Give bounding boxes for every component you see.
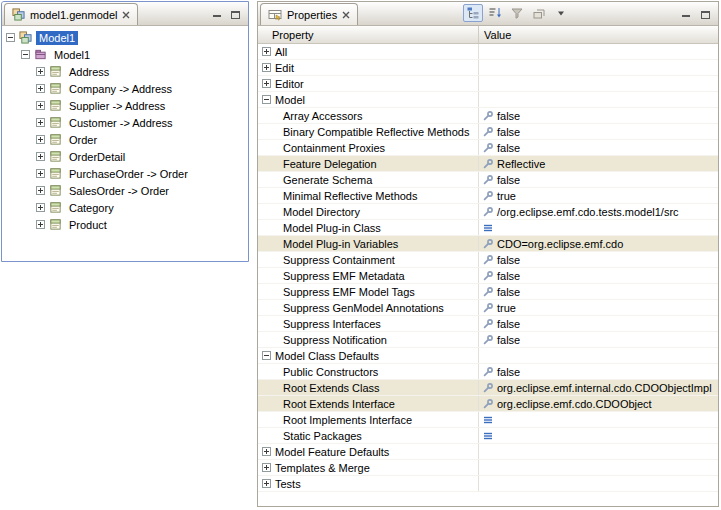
property-row-model-plug-in-variables[interactable]: Model Plug-in VariablesCDO=org.eclipse.e…: [258, 236, 718, 252]
property-row-suppress-emf-metadata[interactable]: Suppress EMF Metadatafalse: [258, 268, 718, 284]
restore-default-value-button[interactable]: [529, 4, 549, 22]
close-icon[interactable]: [122, 11, 130, 19]
property-row-public-constructors[interactable]: Public Constructorsfalse: [258, 364, 718, 380]
wrench-icon: [483, 239, 493, 249]
property-row-minimal-reflective-methods[interactable]: Minimal Reflective Methodstrue: [258, 188, 718, 204]
expand-icon[interactable]: [36, 169, 45, 178]
property-row-suppress-genmodel-annotations[interactable]: Suppress GenModel Annotationstrue: [258, 300, 718, 316]
maximize-button[interactable]: [229, 9, 242, 21]
category-row-model-class-defaults[interactable]: Model Class Defaults: [258, 348, 718, 364]
category-row-model-feature-defaults[interactable]: Model Feature Defaults: [258, 444, 718, 460]
tree-item-salesorder-order[interactable]: SalesOrder -> Order: [2, 182, 248, 199]
collapse-icon[interactable]: [21, 50, 30, 59]
property-row-suppress-notification[interactable]: Suppress Notificationfalse: [258, 332, 718, 348]
category-row-model[interactable]: Model: [258, 92, 718, 108]
maximize-button[interactable]: [699, 9, 712, 21]
property-value: false: [497, 254, 520, 266]
property-row-root-extends-interface[interactable]: Root Extends Interfaceorg.eclipse.emf.cd…: [258, 396, 718, 412]
column-header-value[interactable]: Value: [478, 26, 718, 43]
view-menu-button[interactable]: [551, 4, 571, 22]
property-row-suppress-emf-model-tags[interactable]: Suppress EMF Model Tagsfalse: [258, 284, 718, 300]
tree-item-address[interactable]: Address: [2, 63, 248, 80]
property-row-feature-delegation[interactable]: Feature DelegationReflective: [258, 156, 718, 172]
property-row-root-extends-class[interactable]: Root Extends Classorg.eclipse.emf.intern…: [258, 380, 718, 396]
property-row-model-plug-in-class[interactable]: Model Plug-in Class: [258, 220, 718, 236]
collapse-icon[interactable]: [262, 95, 271, 104]
property-label: Model Class Defaults: [275, 350, 379, 362]
tree-item-company-address[interactable]: Company -> Address: [2, 80, 248, 97]
class-icon: [49, 218, 62, 231]
property-row-model-directory[interactable]: Model Directory/org.eclipse.emf.cdo.test…: [258, 204, 718, 220]
expand-icon[interactable]: [262, 447, 271, 456]
tree-item-customer-address[interactable]: Customer -> Address: [2, 114, 248, 131]
properties-tab-title: Properties: [287, 8, 337, 21]
expand-icon[interactable]: [262, 63, 271, 72]
tree-item-model1[interactable]: Model1: [2, 29, 248, 46]
minimize-button[interactable]: [680, 9, 693, 21]
property-value-cell: [478, 460, 718, 475]
property-row-suppress-interfaces[interactable]: Suppress Interfacesfalse: [258, 316, 718, 332]
property-value: false: [497, 318, 520, 330]
tree-item-order[interactable]: Order: [2, 131, 248, 148]
expand-icon[interactable]: [36, 186, 45, 195]
editor-tab-model1-genmodel[interactable]: model1.genmodel: [4, 3, 138, 25]
property-row-containment-proxies[interactable]: Containment Proxiesfalse: [258, 140, 718, 156]
property-name-cell: Array Accessors: [258, 108, 478, 123]
expand-icon[interactable]: [262, 479, 271, 488]
expand-icon[interactable]: [36, 101, 45, 110]
tree-item-supplier-address[interactable]: Supplier -> Address: [2, 97, 248, 114]
class-icon: [49, 82, 62, 95]
expand-icon[interactable]: [36, 152, 45, 161]
expand-icon[interactable]: [36, 135, 45, 144]
property-row-suppress-containment[interactable]: Suppress Containmentfalse: [258, 252, 718, 268]
property-row-static-packages[interactable]: Static Packages: [258, 428, 718, 444]
expand-icon[interactable]: [36, 220, 45, 229]
minimize-button[interactable]: [210, 9, 223, 21]
property-value-cell: false: [478, 124, 718, 139]
wrench-icon: [483, 143, 493, 153]
tree-item-product[interactable]: Product: [2, 216, 248, 233]
tree-item-category[interactable]: Category: [2, 199, 248, 216]
property-value: false: [497, 126, 520, 138]
expand-icon[interactable]: [262, 47, 271, 56]
column-header-property[interactable]: Property: [258, 26, 478, 43]
property-value: true: [497, 302, 516, 314]
property-name-cell: Containment Proxies: [258, 140, 478, 155]
property-row-array-accessors[interactable]: Array Accessorsfalse: [258, 108, 718, 124]
property-name-cell: Root Implements Interface: [258, 412, 478, 427]
tree-item-label: SalesOrder -> Order: [66, 184, 172, 198]
expand-icon[interactable]: [262, 79, 271, 88]
property-value: false: [497, 142, 520, 154]
expand-icon[interactable]: [36, 118, 45, 127]
properties-tab[interactable]: Properties: [260, 3, 358, 25]
collapse-icon[interactable]: [262, 351, 271, 360]
expand-icon[interactable]: [36, 67, 45, 76]
sort-alphabetical-button[interactable]: [485, 4, 505, 22]
category-row-all[interactable]: All: [258, 44, 718, 60]
tree-item-model1[interactable]: Model1: [2, 46, 248, 63]
close-icon[interactable]: [342, 11, 350, 19]
property-label: Tests: [275, 478, 301, 490]
expand-icon[interactable]: [36, 84, 45, 93]
category-row-edit[interactable]: Edit: [258, 60, 718, 76]
show-categories-button[interactable]: [463, 4, 483, 22]
show-advanced-properties-button[interactable]: [507, 4, 527, 22]
tree-item-label: Category: [66, 201, 117, 215]
tree-item-purchaseorder-order[interactable]: PurchaseOrder -> Order: [2, 165, 248, 182]
collapse-icon[interactable]: [6, 33, 15, 42]
property-label: Minimal Reflective Methods: [283, 190, 418, 202]
property-name-cell: Model Class Defaults: [258, 348, 478, 363]
property-label: Editor: [275, 78, 304, 90]
category-row-editor[interactable]: Editor: [258, 76, 718, 92]
category-row-templates-merge[interactable]: Templates & Merge: [258, 460, 718, 476]
property-row-binary-compatible-reflective-methods[interactable]: Binary Compatible Reflective Methodsfals…: [258, 124, 718, 140]
expand-icon[interactable]: [36, 203, 45, 212]
expand-icon[interactable]: [262, 463, 271, 472]
category-row-tests[interactable]: Tests: [258, 476, 718, 492]
property-name-cell: Root Extends Class: [258, 380, 478, 395]
property-row-root-implements-interface[interactable]: Root Implements Interface: [258, 412, 718, 428]
property-value-cell: [478, 428, 718, 443]
tree-item-orderdetail[interactable]: OrderDetail: [2, 148, 248, 165]
property-name-cell: Feature Delegation: [258, 156, 478, 171]
property-row-generate-schema[interactable]: Generate Schemafalse: [258, 172, 718, 188]
